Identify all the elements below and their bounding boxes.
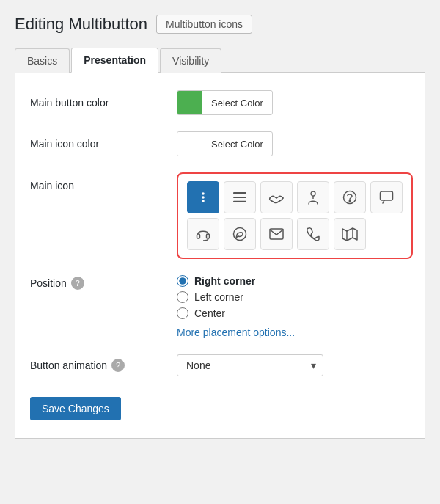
position-row: Position ? Right corner Left corner Cent… [30,275,410,338]
whatsapp-icon [232,227,247,241]
radio-left-corner-input[interactable] [177,291,188,303]
icon-btn-envelope[interactable] [260,218,293,250]
icon-btn-handshake[interactable] [260,181,293,213]
tab-basics[interactable]: Basics [15,48,70,73]
icon-btn-person-pin[interactable] [297,181,329,213]
main-button-color-btn-label: Select Color [202,98,272,109]
svg-point-7 [311,191,315,196]
icon-btn-menu[interactable] [224,181,256,213]
svg-rect-5 [233,197,246,198]
position-radio-group: Right corner Left corner Center More pla… [177,275,295,338]
svg-point-3 [202,200,205,202]
radio-right-corner[interactable]: Right corner [177,275,295,287]
handshake-icon [268,191,285,204]
svg-rect-4 [233,192,246,194]
main-icon-color-label: Main icon color [30,138,177,150]
radio-center[interactable]: Center [177,307,295,319]
svg-point-14 [234,228,246,241]
svg-rect-11 [381,191,393,200]
svg-rect-12 [197,234,200,238]
main-button-color-picker[interactable]: Select Color [177,90,273,115]
main-icon-color-swatch [177,131,202,156]
tab-visibility[interactable]: Visibility [160,48,221,73]
icon-btn-phone[interactable] [297,218,329,250]
svg-rect-6 [233,201,246,202]
svg-point-10 [349,200,351,202]
position-label: Position [30,277,67,289]
svg-rect-13 [207,234,210,238]
icon-btn-whatsapp[interactable] [224,218,256,250]
phone-icon [307,227,320,241]
animation-select-wrap: None Pulse Bounce Shake [177,354,323,376]
radio-left-corner[interactable]: Left corner [177,291,295,303]
person-pin-icon [307,190,320,205]
dots-vertical-icon [197,191,210,204]
page-container: Editing Multibutton Multibutton icons Ba… [0,0,440,453]
icon-btn-help[interactable] [334,181,366,213]
help-circle-icon [342,190,357,205]
icon-btn-map[interactable] [334,218,366,250]
animation-select[interactable]: None Pulse Bounce Shake [177,354,323,376]
svg-marker-16 [342,228,357,241]
page-header: Editing Multibutton Multibutton icons [15,15,425,34]
menu-icon [233,192,246,202]
position-label-wrap: Position ? [30,275,177,290]
radio-center-label: Center [194,307,225,319]
main-icon-label: Main icon [30,172,177,191]
animation-help-icon[interactable]: ? [111,359,125,372]
svg-point-1 [202,192,205,195]
svg-rect-15 [270,229,283,239]
main-button-color-row: Main button color Select Color [30,90,410,115]
animation-label: Button animation [30,359,107,371]
page-title: Editing Multibutton [15,15,147,34]
main-icon-row: Main icon [30,172,410,259]
icon-btn-chat[interactable] [370,181,403,213]
more-placement-link[interactable]: More placement options... [177,326,295,338]
radio-center-input[interactable] [177,307,188,319]
map-icon [342,227,358,241]
animation-label-wrap: Button animation ? [30,359,177,372]
animation-row: Button animation ? None Pulse Bounce Sha… [30,354,410,376]
main-button-color-label: Main button color [30,97,177,109]
tab-presentation[interactable]: Presentation [71,48,158,73]
icon-grid [177,172,413,259]
main-icon-color-btn-label: Select Color [202,139,272,150]
save-button[interactable]: Save Changes [30,397,121,420]
envelope-icon [269,228,284,240]
main-button-color-swatch [177,90,202,115]
multibutton-badge: Multibutton icons [156,15,252,34]
icon-btn-dots-vertical[interactable] [187,181,219,213]
icon-row-1 [187,181,403,213]
main-icon-color-row: Main icon color Select Color [30,131,410,156]
svg-point-2 [202,196,205,199]
main-icon-color-control: Select Color [177,131,273,156]
radio-left-corner-label: Left corner [194,291,243,303]
main-icon-color-picker[interactable]: Select Color [177,131,273,156]
icon-btn-headset[interactable] [187,218,219,250]
position-help-icon[interactable]: ? [71,277,84,290]
radio-right-corner-input[interactable] [177,275,188,287]
chat-icon [379,190,394,205]
radio-right-corner-label: Right corner [194,275,255,287]
tabs-row: Basics Presentation Visibility [15,47,425,73]
content-card: Main button color Select Color Main icon… [15,73,425,439]
main-button-color-control: Select Color [177,90,273,115]
headset-icon [196,227,210,241]
icon-row-2 [187,218,403,250]
